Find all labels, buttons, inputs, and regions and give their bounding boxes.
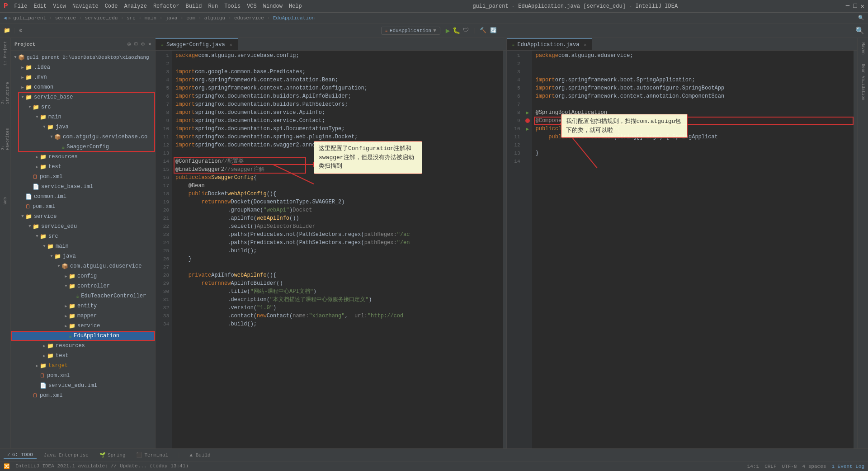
web-tool-button[interactable]: Web (1, 187, 10, 214)
tab-build[interactable]: ▲ Build (186, 452, 214, 459)
left-scrollbar[interactable] (503, 51, 506, 448)
tree-item-common-iml[interactable]: ▶ 📄 common.iml (11, 192, 155, 202)
breadcrumb-service-edu[interactable]: service_edu (85, 15, 118, 21)
project-tool-button[interactable]: 1: Project (1, 40, 10, 67)
tree-item-pom-root[interactable]: ▶ 🗒 pom.xml (11, 202, 155, 212)
bean-validation-button[interactable]: Bean Validation (861, 64, 865, 100)
tree-item-test2[interactable]: ▶ 📁 test (11, 351, 155, 361)
tree-item-guli-parent[interactable]: ▼ 📦 guli_parent D:\UserData\Desktop\xiao… (11, 52, 155, 62)
breadcrumb-main[interactable]: main (145, 15, 156, 21)
forward-button[interactable]: ▶ (9, 15, 12, 21)
tab-spring[interactable]: 🌱 Spring (96, 451, 129, 459)
tab-java-enterprise[interactable]: Java Enterprise (40, 452, 92, 459)
tree-item-service2[interactable]: ▶ 📁 service (11, 321, 155, 331)
sidebar-expand-icon[interactable]: ⊞ (134, 41, 137, 47)
right-code-area[interactable]: package com.atguigu.eduservice; import o… (532, 51, 854, 448)
tree-item-resources[interactable]: ▶ 📁 resources (11, 152, 155, 162)
run-config-dropdown-icon[interactable]: ▼ (433, 28, 436, 33)
tree-item-service-base[interactable]: ▼ 📁 service_base (11, 92, 155, 102)
tree-item-controller[interactable]: ▼ 📁 controller (11, 281, 155, 291)
tree-item-idea[interactable]: ▶ 📁 .idea (11, 62, 155, 72)
tree-item-test[interactable]: ▶ 📁 test (11, 162, 155, 172)
maven-tool-button[interactable]: Maven (861, 42, 865, 55)
menu-run[interactable]: Run (206, 2, 221, 10)
tree-item-pom-base[interactable]: ▶ 🗒 pom.xml (11, 172, 155, 182)
structure-tool-button[interactable]: 2: Structure (1, 77, 10, 104)
right-scrollbar[interactable] (854, 51, 857, 448)
menu-refactor[interactable]: Refactor (151, 2, 182, 10)
menu-bar[interactable]: File Edit View Navigate Code Analyze Ref… (12, 2, 305, 10)
tab-eduapplication[interactable]: ☕ EduApplication.java ✕ (507, 38, 593, 50)
menu-vcs[interactable]: VCS (244, 2, 259, 10)
run-gutter-icon[interactable]: ▶ (523, 108, 532, 117)
tab-close-button[interactable]: ✕ (230, 42, 232, 47)
menu-edit[interactable]: Edit (31, 2, 49, 10)
tree-item-main[interactable]: ▼ 📁 main (11, 112, 155, 122)
menu-window[interactable]: Window (260, 2, 285, 10)
menu-help[interactable]: Help (286, 2, 305, 10)
sync-button[interactable]: 🔄 (490, 27, 497, 34)
menu-analyze[interactable]: Analyze (121, 2, 149, 10)
tree-item-java2[interactable]: ▼ 📁 java (11, 251, 155, 261)
tree-item-eduservice-pkg[interactable]: ▼ 📦 com.atguigu.eduservice (11, 261, 155, 271)
left-code-area[interactable]: package com.atguigu.servicebase.config; … (172, 51, 503, 448)
menu-file[interactable]: File (12, 2, 30, 10)
tree-item-servicebase-pkg[interactable]: ▼ 📦 com.atguigu.servicebase.co (11, 132, 155, 142)
close-button[interactable]: ✕ (861, 2, 864, 10)
left-editor-content[interactable]: 12345 678910 1112131415 1617181920 21222… (156, 51, 506, 448)
debug-button[interactable]: 🐛 (453, 27, 460, 34)
tree-item-main2[interactable]: ▼ 📁 main (11, 241, 155, 251)
event-log[interactable]: 1 Event Log (831, 464, 864, 469)
toolbar-settings-icon[interactable]: ⚙ (19, 27, 22, 34)
breadcrumb-atguigu[interactable]: atguigu (204, 15, 225, 21)
tree-item-target[interactable]: ▶ 📁 target (11, 361, 155, 371)
tree-item-common[interactable]: ▶ 📁 common (11, 82, 155, 92)
run-config-selector[interactable]: ☕ EduApplication ▼ (381, 27, 440, 35)
breadcrumb-service[interactable]: service (55, 15, 76, 21)
breadcrumb-src[interactable]: src (127, 15, 136, 21)
tab-swaggerconfig[interactable]: ☕ SwaggerConfig.java ✕ (156, 38, 238, 50)
tab-terminal[interactable]: ⬛ Terminal (132, 451, 172, 459)
breadcrumb-java[interactable]: java (165, 15, 177, 21)
tree-item-pom-service[interactable]: ▶ 🗒 pom.xml (11, 391, 155, 400)
tab-close-button[interactable]: ✕ (584, 42, 586, 47)
tree-item-mapper[interactable]: ▶ 📁 mapper (11, 311, 155, 321)
tree-item-resources2[interactable]: ▶ 📁 resources (11, 341, 155, 351)
tab-todo[interactable]: ✓ 6: TODO (4, 451, 37, 459)
tree-item-pom-edu[interactable]: ▶ 🗒 pom.xml (11, 371, 155, 381)
breadcrumb-com[interactable]: com (186, 15, 195, 21)
sidebar-close-icon[interactable]: ✕ (148, 41, 151, 47)
menu-build[interactable]: Build (183, 2, 205, 10)
menu-tools[interactable]: Tools (222, 2, 243, 10)
coverage-button[interactable]: 🛡 (463, 27, 469, 34)
run-gutter-icon2[interactable]: ▶ (523, 125, 532, 133)
back-button[interactable]: ◀ (4, 15, 7, 21)
favorites-tool-button[interactable]: 3: Favorites (1, 123, 10, 150)
build-button[interactable]: 🔨 (480, 27, 486, 34)
run-button[interactable]: ▶ (446, 26, 450, 35)
tree-item-swaggerconfig[interactable]: ▶ ☕ SwaggerConfig (11, 142, 155, 152)
maximize-button[interactable]: □ (853, 2, 857, 10)
menu-view[interactable]: View (50, 2, 69, 10)
toolbar-search-icon[interactable]: 🔍 (858, 15, 864, 21)
breadcrumb-guli-parent[interactable]: guli_parent (13, 15, 46, 21)
menu-navigate[interactable]: Navigate (70, 2, 101, 10)
tree-item-service-edu[interactable]: ▼ 📁 service_edu (11, 221, 155, 231)
menu-code[interactable]: Code (102, 2, 121, 10)
tree-item-src[interactable]: ▼ 📁 src (11, 102, 155, 112)
tree-item-service-base-iml[interactable]: ▶ 📄 service_base.iml (11, 182, 155, 192)
tree-item-java[interactable]: ▼ 📁 java (11, 122, 155, 132)
breadcrumb-eduapplication[interactable]: EduApplication (273, 15, 315, 21)
breadcrumb-eduservice[interactable]: eduservice (234, 15, 264, 21)
sidebar-settings-icon[interactable]: ⚙ (142, 41, 145, 47)
tree-item-config[interactable]: ▶ 📁 config (11, 271, 155, 281)
tree-item-mvn[interactable]: ▶ 📁 .mvn (11, 72, 155, 82)
search-everywhere-icon[interactable]: 🔍 (855, 26, 864, 35)
sidebar-locate-icon[interactable]: ◎ (127, 41, 131, 47)
right-editor-content[interactable]: 12345 678910 11121314 ▶ ▶ (507, 51, 858, 448)
tree-item-eduteachercontroller[interactable]: ▶ ☕ EduTeacherController (11, 291, 155, 301)
minimize-button[interactable]: ─ (846, 2, 849, 10)
tree-item-eduapplication[interactable]: ▶ ☕ EduApplication (11, 331, 155, 341)
tree-item-service-edu-iml[interactable]: ▶ 📄 service_edu.iml (11, 381, 155, 391)
window-controls[interactable]: ─ □ ✕ (846, 2, 864, 10)
